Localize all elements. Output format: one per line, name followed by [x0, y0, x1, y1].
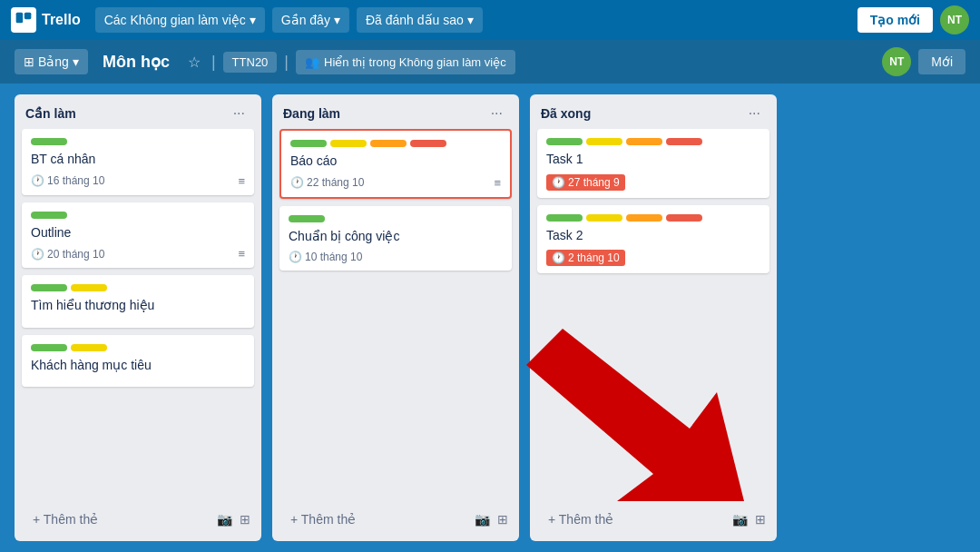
template-icon: ⊞	[240, 512, 250, 527]
board-view-button[interactable]: ⊞ Bảng ▾	[15, 49, 88, 74]
label-yellow	[586, 138, 622, 145]
people-icon: 👥	[305, 55, 319, 69]
card-footer: 🕐 2 tháng 10	[546, 250, 760, 266]
description-icon: ≡	[494, 176, 501, 190]
svg-rect-0	[16, 13, 24, 24]
label-yellow	[586, 214, 622, 222]
footer-icons: 📷 ⊞	[475, 512, 508, 527]
star-button[interactable]: ☆	[184, 50, 204, 74]
label-yellow	[71, 344, 107, 351]
column-footer-da-xong: + Thêm thẻ 📷 ⊞	[530, 499, 777, 541]
column-footer-dang-lam: + Thêm thẻ 📷 ⊞	[272, 499, 519, 541]
column-menu-button-dang-lam[interactable]: ···	[485, 104, 508, 123]
trello-logo[interactable]: Trello	[11, 7, 81, 33]
column-body-can-lam: BT cá nhân 🕐 16 tháng 10 ≡	[15, 129, 261, 499]
chevron-down-icon: ▾	[73, 54, 79, 69]
member-avatar[interactable]: NT	[882, 47, 911, 76]
date-badge: 🕐 20 tháng 10	[31, 248, 104, 261]
label-green	[546, 214, 583, 222]
column-can-lam: Cần làm ··· BT cá nhân 🕐 16 tháng 10	[15, 94, 261, 541]
column-header-da-xong: Đã xong ···	[530, 94, 777, 129]
column-menu-button-can-lam[interactable]: ···	[228, 104, 250, 123]
camera-icon: 📷	[732, 512, 748, 527]
description-icon: ≡	[238, 174, 245, 188]
footer-row: + Thêm thẻ 📷 ⊞	[22, 505, 254, 534]
card-outline[interactable]: Outline 🕐 20 tháng 10 ≡	[22, 202, 254, 269]
workspaces-button[interactable]: Các Không gian làm việc ▾	[95, 7, 265, 33]
chevron-down-icon: ▾	[250, 13, 256, 27]
column-body-dang-lam: Báo cáo 🕐 22 tháng 10 ≡	[272, 129, 519, 499]
card-labels	[546, 214, 760, 222]
clock-icon: 🕐	[552, 251, 565, 264]
card-bao-cao[interactable]: Báo cáo 🕐 22 tháng 10 ≡	[279, 129, 512, 199]
card-labels	[31, 138, 245, 145]
card-bt-ca-nhan[interactable]: BT cá nhân 🕐 16 tháng 10 ≡	[22, 129, 254, 195]
card-khach-hang[interactable]: Khách hàng mục tiêu	[22, 335, 254, 388]
card-chuan-bi[interactable]: Chuẩn bị công việc 🕐 10 tháng 10	[279, 206, 512, 271]
card-task2[interactable]: Task 2 🕐 2 tháng 10	[537, 205, 769, 274]
avatar[interactable]: NT	[940, 5, 969, 34]
divider2: |	[284, 53, 289, 72]
card-footer: 🕐 16 tháng 10 ≡	[31, 174, 245, 188]
chevron-down-icon: ▾	[467, 13, 474, 27]
workspace-tag[interactable]: TTN20	[223, 52, 278, 73]
top-nav: Trello Các Không gian làm việc ▾ Gần đây…	[0, 0, 980, 40]
overdue-badge: 🕐 27 tháng 9	[546, 174, 625, 191]
card-title: Chuẩn bị công việc	[289, 228, 503, 246]
card-title: BT cá nhân	[31, 151, 245, 169]
label-green	[31, 284, 67, 291]
footer-icons: 📷 ⊞	[217, 512, 250, 527]
board-area: Cần làm ··· BT cá nhân 🕐 16 tháng 10	[0, 84, 980, 552]
starred-button[interactable]: Đã đánh dấu sao ▾	[357, 7, 483, 33]
description-icon: ≡	[238, 247, 245, 261]
add-card-button-can-lam[interactable]: + Thêm thẻ	[25, 507, 217, 532]
label-orange	[626, 138, 662, 145]
camera-icon: 📷	[475, 512, 490, 527]
card-footer: 🕐 27 tháng 9	[546, 174, 760, 191]
card-icons: ≡	[238, 174, 245, 188]
column-body-da-xong: Task 1 🕐 27 tháng 9	[530, 129, 777, 499]
card-labels	[289, 215, 503, 222]
add-card-button-dang-lam[interactable]: + Thêm thẻ	[283, 507, 475, 532]
card-tim-hieu[interactable]: Tìm hiểu thương hiệu	[22, 275, 254, 328]
card-footer: 🕐 20 tháng 10 ≡	[31, 247, 245, 261]
column-footer-can-lam: + Thêm thẻ 📷 ⊞	[15, 499, 261, 541]
card-task1[interactable]: Task 1 🕐 27 tháng 9	[537, 129, 769, 198]
clock-icon: 🕐	[31, 248, 44, 261]
overdue-badge: 🕐 2 tháng 10	[546, 250, 625, 266]
recent-button[interactable]: Gần đây ▾	[272, 7, 349, 33]
column-header-dang-lam: Đang làm ···	[272, 94, 519, 129]
new-button[interactable]: Mới	[918, 49, 965, 74]
card-title: Task 1	[546, 151, 760, 169]
column-title-dang-lam: Đang làm	[283, 106, 340, 121]
board-title[interactable]: Môn học	[95, 48, 177, 75]
column-da-xong: Đã xong ··· Task 1 🕐 27	[530, 94, 777, 541]
card-labels	[31, 344, 245, 351]
card-labels	[31, 212, 245, 219]
column-title-can-lam: Cần làm	[25, 106, 76, 121]
board-wrapper: Cần làm ··· BT cá nhân 🕐 16 tháng 10	[0, 84, 980, 552]
create-button[interactable]: Tạo mới	[858, 7, 933, 33]
footer-row: + Thêm thẻ 📷 ⊞	[279, 505, 512, 534]
date-badge: 🕐 16 tháng 10	[31, 174, 104, 187]
column-menu-button-da-xong[interactable]: ···	[743, 104, 766, 123]
template-icon: ⊞	[755, 512, 766, 527]
label-green	[31, 344, 67, 351]
clock-icon: 🕐	[289, 251, 302, 263]
card-title: Báo cáo	[290, 153, 501, 171]
visibility-button[interactable]: 👥 Hiển thị trong Không gian làm việc	[296, 50, 515, 74]
card-footer: 🕐 22 tháng 10 ≡	[290, 176, 501, 190]
label-green	[31, 212, 67, 219]
svg-rect-1	[24, 13, 32, 20]
card-title: Tìm hiểu thương hiệu	[31, 297, 245, 315]
trello-logo-icon	[11, 7, 36, 33]
clock-icon: 🕐	[290, 176, 304, 189]
trello-logo-text: Trello	[42, 12, 81, 28]
label-orange	[370, 140, 407, 147]
footer-row: + Thêm thẻ 📷 ⊞	[537, 505, 769, 534]
add-card-button-da-xong[interactable]: + Thêm thẻ	[541, 507, 732, 532]
label-green	[290, 140, 327, 147]
label-red	[666, 214, 702, 222]
card-icons: ≡	[238, 247, 245, 261]
card-labels	[31, 284, 245, 291]
